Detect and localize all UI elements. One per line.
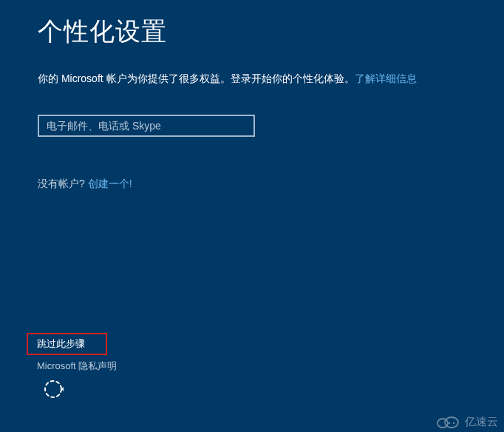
description-body: 你的 Microsoft 帐户为你提供了很多权益。登录开始你的个性化体验。 — [38, 72, 355, 84]
no-account-text: 没有帐户? — [38, 178, 88, 189]
no-account-line: 没有帐户? 创建一个! — [38, 178, 466, 191]
privacy-statement-link[interactable]: Microsoft 隐私声明 — [37, 360, 117, 373]
description-text: 你的 Microsoft 帐户为你提供了很多权益。登录开始你的个性化体验。了解详… — [38, 71, 466, 87]
page-title: 个性化设置 — [38, 15, 466, 49]
svg-point-0 — [45, 381, 61, 397]
skip-step-button[interactable]: 跳过此步骤 — [27, 333, 107, 355]
signin-input-section — [38, 115, 466, 137]
learn-more-link[interactable]: 了解详细信息 — [355, 72, 417, 84]
bottom-section: 跳过此步骤 Microsoft 隐私声明 — [27, 333, 117, 402]
email-phone-skype-input[interactable] — [38, 115, 255, 137]
watermark-text: 亿速云 — [465, 415, 498, 429]
watermark-cloud-icon — [435, 414, 460, 429]
create-account-link[interactable]: 创建一个! — [88, 178, 132, 189]
svg-point-4 — [453, 422, 454, 424]
svg-point-2 — [445, 417, 458, 428]
svg-point-3 — [449, 422, 450, 424]
watermark: 亿速云 — [435, 414, 498, 429]
loading-spinner-icon — [43, 379, 117, 402]
